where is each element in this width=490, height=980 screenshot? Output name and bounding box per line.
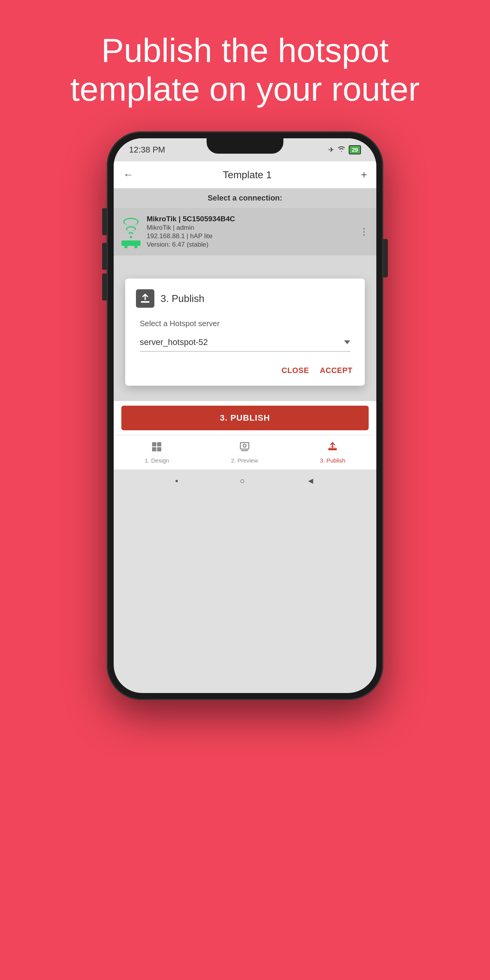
upload-icon-box	[136, 289, 154, 308]
nav-preview[interactable]: 2. Preview	[231, 441, 258, 464]
nav-design[interactable]: 1. Design	[145, 441, 169, 464]
close-button[interactable]: CLOSE	[280, 363, 310, 378]
phone-frame: 12:38 PM ✈ 29 ← Template 1	[107, 131, 383, 700]
publish-icon	[327, 441, 338, 455]
airplane-icon: ✈	[328, 146, 334, 154]
spacer-top	[114, 255, 376, 263]
connection-user: MikroTik | admin	[147, 224, 353, 232]
status-bar: 12:38 PM ✈ 29	[114, 138, 376, 161]
dialog-body: Select a Hotspot server server_hotspot-5…	[136, 319, 354, 352]
hero-line1: Publish the hotspot	[101, 31, 389, 69]
connection-name: MikroTik | 5C1505934B4C	[147, 215, 353, 223]
dialog-select-label: Select a Hotspot server	[140, 319, 350, 328]
accept-button[interactable]: ACCEPT	[318, 363, 354, 378]
dialog-actions: CLOSE ACCEPT	[136, 363, 354, 378]
square-nav-icon[interactable]: ▪	[175, 476, 178, 486]
router-icon	[121, 218, 141, 246]
battery-icon: 29	[349, 145, 361, 154]
system-nav: ▪ ○ ◄	[114, 469, 376, 492]
page-title: Template 1	[223, 169, 271, 181]
phone-screen: 12:38 PM ✈ 29 ← Template 1	[114, 138, 376, 693]
wifi-icon	[337, 146, 346, 154]
back-button[interactable]: ←	[123, 169, 134, 181]
publish-nav-label: 3. Publish	[320, 457, 345, 464]
bottom-nav: 1. Design 2. Preview	[114, 435, 376, 469]
wifi-arc-medium	[126, 226, 136, 231]
publish-bar: 3. PUBLISH	[114, 401, 376, 435]
wifi-arc-small	[129, 232, 133, 234]
phone-mockup: 12:38 PM ✈ 29 ← Template 1	[107, 131, 383, 700]
wifi-arc-large	[123, 218, 139, 226]
chevron-down-icon	[344, 340, 350, 344]
svg-rect-1	[152, 442, 156, 446]
wifi-waves	[123, 218, 139, 238]
svg-rect-7	[328, 448, 337, 450]
back-nav-icon[interactable]: ◄	[306, 476, 315, 486]
svg-point-6	[243, 444, 246, 447]
preview-icon	[239, 441, 250, 455]
add-button[interactable]: +	[361, 169, 367, 181]
publish-button[interactable]: 3. PUBLISH	[121, 406, 369, 430]
dialog-title: 3. Publish	[161, 293, 204, 305]
upload-icon	[139, 293, 151, 304]
nav-publish[interactable]: 3. Publish	[320, 441, 345, 464]
connection-label: Select a connection:	[114, 188, 376, 208]
hero-line2: template on your router	[70, 70, 420, 108]
server-value: server_hotspot-52	[140, 337, 208, 347]
hero-text: Publish the hotspot template on your rou…	[47, 31, 443, 108]
status-icons: ✈ 29	[328, 145, 361, 154]
design-label: 1. Design	[145, 457, 169, 464]
notch	[207, 138, 283, 154]
app-bar: ← Template 1 +	[114, 161, 376, 188]
svg-rect-2	[157, 442, 161, 446]
publish-dialog: 3. Publish Select a Hotspot server serve…	[125, 279, 365, 386]
main-content: 3. Publish Select a Hotspot server serve…	[114, 263, 376, 401]
svg-rect-0	[141, 301, 149, 303]
svg-rect-3	[152, 447, 156, 451]
svg-rect-5	[240, 443, 249, 449]
preview-label: 2. Preview	[231, 457, 258, 464]
connection-info: MikroTik | 5C1505934B4C MikroTik | admin…	[147, 215, 353, 249]
connection-item[interactable]: MikroTik | 5C1505934B4C MikroTik | admin…	[114, 208, 376, 255]
connection-ip: 192.168.88.1 | hAP lite	[147, 232, 353, 240]
status-time: 12:38 PM	[129, 145, 165, 155]
dialog-header: 3. Publish	[136, 289, 354, 308]
more-options-icon[interactable]: ⋮	[359, 226, 369, 237]
router-body	[121, 240, 141, 246]
svg-rect-4	[157, 447, 161, 451]
home-nav-icon[interactable]: ○	[240, 476, 245, 486]
connection-version: Version: 6.47 (stable)	[147, 241, 353, 249]
server-select-dropdown[interactable]: server_hotspot-52	[140, 333, 350, 352]
wifi-dot	[130, 236, 132, 238]
design-icon	[151, 441, 162, 455]
